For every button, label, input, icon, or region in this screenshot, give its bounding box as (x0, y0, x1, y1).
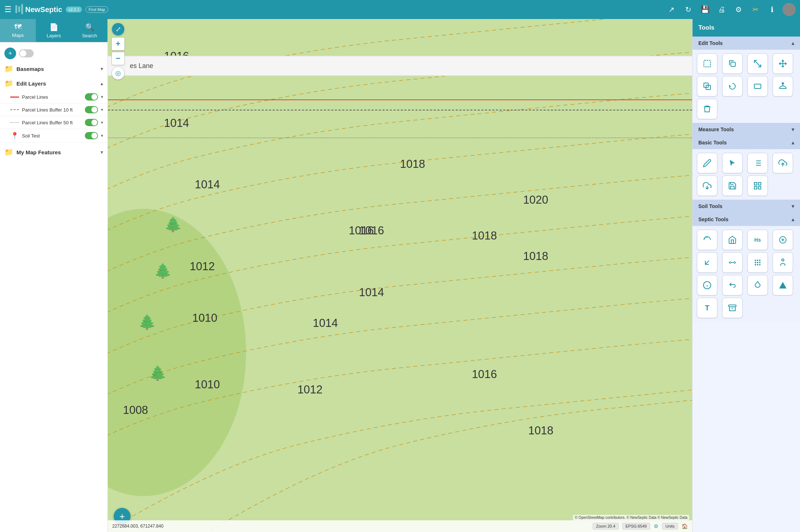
tool-septic-plus-circle[interactable] (773, 230, 793, 250)
svg-text:🌲: 🌲 (154, 262, 172, 279)
parcel-lines-symbol (10, 97, 19, 98)
parcel-line-overlay (108, 99, 692, 100)
tool-save-file[interactable] (722, 176, 743, 196)
measure-tools-section-header[interactable]: Measure Tools ▾ (693, 123, 800, 136)
parcel-buffer-10-overlay (108, 110, 692, 110)
parcel-buffer-10-toggle[interactable] (85, 106, 98, 113)
tools-panel: Tools Edit Tools ▴ (692, 19, 800, 532)
tool-septic-info[interactable] (697, 275, 717, 295)
map-area[interactable]: 1016 1020 1020 1014 1018 1014 1016 1020 … (108, 19, 692, 532)
edit-layers-section-header[interactable]: 📁 Edit Layers ▴ (0, 76, 107, 91)
tool-septic-person[interactable] (773, 252, 793, 273)
tool-septic-drop[interactable] (747, 275, 768, 295)
parcel-lines-expand[interactable]: ▾ (101, 94, 103, 99)
soil-test-label: Soil Test (22, 133, 82, 139)
tool-upload-cloud[interactable] (773, 153, 793, 173)
soil-test-expand[interactable]: ▾ (101, 133, 103, 138)
app-logo: NewSeptic (15, 5, 62, 14)
parcel-buffer-10-symbol (10, 109, 19, 110)
basic-tools-label: Basic Tools (698, 140, 790, 146)
parcel-lines-icon (10, 97, 19, 98)
tool-grid[interactable] (747, 176, 768, 196)
tool-resize[interactable] (747, 53, 768, 74)
print-icon[interactable]: 🖨 (715, 3, 728, 16)
user-avatar[interactable] (782, 3, 796, 16)
fit-bounds-button[interactable]: ⤢ (112, 23, 125, 36)
zoom-badge[interactable]: Zoom 20.4 (593, 523, 619, 529)
tool-paint[interactable] (773, 76, 793, 97)
tool-pencil[interactable] (697, 153, 717, 173)
tool-septic-archive[interactable] (722, 298, 743, 318)
edit-tools-section-header[interactable]: Edit Tools ▴ (693, 37, 800, 50)
tool-septic-arrows-h[interactable] (722, 252, 743, 273)
my-map-features-section-header[interactable]: 📁 My Map Features ▾ (0, 145, 107, 159)
tool-rect-select[interactable] (747, 76, 768, 97)
tool-cursor[interactable] (722, 153, 743, 173)
parcel-buffer-50-symbol (10, 122, 19, 123)
tool-septic-curve[interactable] (697, 230, 717, 250)
tool-septic-dots-grid[interactable] (747, 252, 768, 273)
zoom-out-button[interactable]: − (112, 52, 125, 65)
sidebar-nav-maps[interactable]: 🗺 Maps (0, 19, 36, 42)
tool-septic-hs[interactable]: Hs (747, 230, 768, 250)
version-badge: v2.2.1 (66, 7, 82, 12)
tool-download[interactable] (697, 176, 717, 196)
share-icon[interactable]: ↗ (665, 3, 678, 16)
svg-text:1014: 1014 (164, 117, 189, 129)
svg-point-55 (759, 264, 761, 265)
parcel-buffer-50-toggle[interactable] (85, 119, 98, 126)
tool-copy[interactable] (722, 53, 743, 74)
tool-duplicate[interactable] (697, 76, 717, 97)
add-layer-button[interactable]: + (4, 48, 16, 59)
soil-test-toggle[interactable] (85, 132, 98, 139)
layer-parcel-buffer-50: Parcel Lines Buffer 50 ft ▾ (0, 116, 107, 129)
tool-septic-triangle[interactable] (773, 275, 793, 295)
parcel-buffer-10-expand[interactable]: ▾ (101, 107, 103, 112)
tool-septic-t-label[interactable]: T (697, 298, 717, 318)
tool-rotate[interactable] (722, 76, 743, 97)
tool-septic-arrow-dl[interactable] (697, 252, 717, 273)
septic-tools-section-header[interactable]: Septic Tools ▴ (693, 213, 800, 226)
tools-icon[interactable]: ✂ (749, 3, 762, 16)
parcel-buffer-50-expand[interactable]: ▾ (101, 120, 103, 125)
svg-point-50 (755, 262, 756, 263)
sidebar-nav-search[interactable]: 🔍 Search (72, 19, 107, 42)
map-svg: 1016 1020 1020 1014 1018 1014 1016 1020 … (108, 19, 692, 532)
svg-text:🌲: 🌲 (149, 365, 167, 382)
settings-status-icon[interactable]: ⚙ (654, 523, 659, 529)
septic-tools-grid: Hs (693, 226, 800, 322)
logo-bar-1 (15, 5, 17, 13)
tool-delete[interactable] (697, 99, 717, 119)
home-status-icon[interactable]: 🏠 (682, 523, 688, 529)
svg-point-53 (755, 264, 756, 265)
zoom-in-button[interactable]: + (112, 37, 125, 50)
units-badge[interactable]: Units (662, 523, 678, 529)
tool-select-box[interactable] (697, 53, 717, 74)
parcel-lines-toggle[interactable] (85, 93, 98, 101)
info-icon[interactable]: ℹ (766, 3, 779, 16)
sidebar-nav-layers[interactable]: 📄 Layers (36, 19, 72, 42)
layer-toggle-global[interactable] (19, 49, 34, 57)
tool-list[interactable] (747, 153, 768, 173)
basic-tools-section-header[interactable]: Basic Tools ▴ (693, 136, 800, 149)
basemaps-section-header[interactable]: 📁 Basemaps ▾ (0, 61, 107, 76)
layers-nav-icon: 📄 (49, 23, 59, 31)
epsg-badge[interactable]: EPSG:6549 (622, 523, 650, 529)
svg-text:1012: 1012 (297, 383, 322, 396)
soil-tools-section-header[interactable]: Soil Tools ▾ (693, 200, 800, 213)
tool-septic-house[interactable] (722, 230, 743, 250)
menu-icon[interactable]: ☰ (4, 5, 12, 14)
sidebar-content: + 📁 Basemaps ▾ 📁 Edit Layers ▴ Parcel (0, 42, 107, 532)
app-header: ☰ NewSeptic v2.2.1 First Map ↗ ↻ 💾 🖨 ⚙ ✂… (0, 0, 800, 19)
logo-bar-2 (18, 6, 20, 12)
settings-icon[interactable]: ⚙ (732, 3, 745, 16)
parcel-buffer-50-overlay (108, 137, 692, 138)
refresh-icon[interactable]: ↻ (682, 3, 695, 16)
map-coordinates: 2272684.003, 671247.840 (112, 524, 589, 529)
tool-move[interactable] (773, 53, 793, 74)
measure-tools-label: Measure Tools (698, 127, 790, 132)
tool-septic-turn-arrow[interactable] (722, 275, 743, 295)
my-map-features-title: My Map Features (16, 149, 98, 155)
location-button[interactable]: ◎ (112, 67, 125, 80)
save-icon[interactable]: 💾 (698, 3, 712, 16)
